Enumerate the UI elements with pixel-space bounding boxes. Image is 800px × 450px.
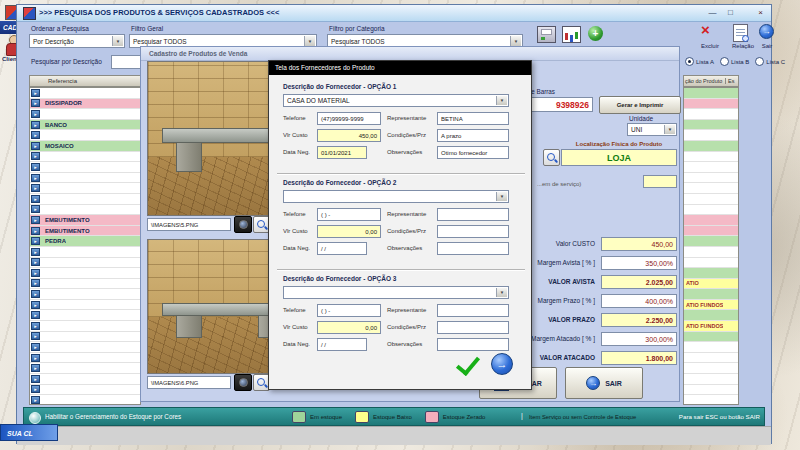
table-row[interactable]: ▸ — [30, 205, 140, 216]
row-selector-icon[interactable]: ▸ — [31, 184, 40, 192]
table-row-fragment[interactable] — [684, 99, 738, 110]
table-row-fragment[interactable] — [684, 363, 738, 374]
table-row[interactable]: ▸ — [30, 109, 140, 120]
valor-custo-field[interactable]: 450,00 — [601, 237, 677, 251]
row-selector-icon[interactable]: ▸ — [31, 354, 40, 362]
table-row[interactable]: ▸ — [30, 374, 140, 385]
fornecedor-select[interactable]: ▼ — [283, 190, 509, 203]
relacao-report-icon[interactable] — [733, 24, 748, 42]
exit-button[interactable]: → SAIR — [565, 367, 643, 399]
maximize-button[interactable]: □ — [723, 7, 738, 19]
row-selector-icon[interactable]: ▸ — [31, 385, 40, 393]
vlr-custo-input[interactable]: 450,00 — [317, 129, 381, 142]
radio-icon[interactable] — [685, 57, 694, 66]
table-row-fragment[interactable] — [684, 173, 738, 184]
data-neg-input[interactable]: / / — [317, 242, 367, 255]
table-row[interactable]: ▸PEDRA — [30, 236, 140, 247]
table-header-referencia[interactable]: Referencia — [29, 75, 141, 87]
radio-icon[interactable] — [720, 57, 729, 66]
row-selector-icon[interactable]: ▸ — [31, 195, 40, 203]
chevron-down-icon[interactable]: ▼ — [112, 36, 123, 46]
table-row-fragment[interactable] — [684, 374, 738, 385]
row-selector-icon[interactable]: ▸ — [31, 121, 40, 129]
table-row[interactable]: ▸ — [30, 152, 140, 163]
localizacao-field[interactable]: LOJA — [561, 149, 677, 166]
table-row[interactable]: ▸ — [30, 258, 140, 269]
gerar-imprimir-button[interactable]: Gerar e Imprimir — [599, 96, 681, 114]
report-icon[interactable] — [562, 26, 581, 43]
row-selector-icon[interactable]: ▸ — [31, 110, 40, 118]
table-row[interactable]: ▸ — [30, 130, 140, 141]
toggle-sphere-icon[interactable] — [29, 412, 41, 424]
delete-icon[interactable]: × — [701, 21, 710, 39]
fornecedor-select[interactable]: CASA DO MATERIAL ▼ — [283, 94, 509, 107]
fornecedor-select[interactable]: ▼ — [283, 286, 509, 299]
row-selector-icon[interactable]: ▸ — [31, 152, 40, 160]
table-row-fragment[interactable] — [684, 236, 738, 247]
exit-icon[interactable]: → — [759, 24, 774, 39]
margem-prazo-field[interactable]: 400,00% — [601, 294, 677, 308]
row-selector-icon[interactable]: ▸ — [31, 99, 40, 107]
row-selector-icon[interactable]: ▸ — [31, 290, 40, 298]
table-row[interactable]: ▸ — [30, 162, 140, 173]
table-row-fragment[interactable] — [684, 353, 738, 364]
radio-lista-c[interactable]: Lista C — [755, 57, 785, 66]
table-row[interactable]: ▸ — [30, 194, 140, 205]
row-selector-icon[interactable]: ▸ — [31, 163, 40, 171]
row-selector-icon[interactable]: ▸ — [31, 311, 40, 319]
chevron-down-icon[interactable]: ▼ — [496, 96, 507, 105]
table-row-fragment[interactable] — [684, 268, 738, 279]
table-row-fragment[interactable] — [684, 289, 738, 300]
chevron-down-icon[interactable]: ▼ — [496, 288, 507, 297]
row-selector-icon[interactable]: ▸ — [31, 131, 40, 139]
table-row[interactable]: ▸ — [30, 395, 140, 405]
table-row-fragment[interactable] — [684, 88, 738, 99]
radio-lista-b[interactable]: Lista B — [720, 57, 749, 66]
chevron-down-icon[interactable]: ▼ — [496, 192, 507, 201]
row-selector-icon[interactable]: ▸ — [31, 237, 40, 245]
table-row[interactable]: ▸ — [30, 88, 140, 99]
vlr-custo-input[interactable]: 0,00 — [317, 321, 381, 334]
table-row[interactable]: ▸ — [30, 310, 140, 321]
table-row-fragment[interactable] — [684, 385, 738, 396]
close-button[interactable]: × — [753, 7, 768, 19]
representante-input[interactable]: BETINA — [437, 112, 509, 125]
row-selector-icon[interactable]: ▸ — [31, 279, 40, 287]
table-row-fragment[interactable] — [684, 120, 738, 131]
table-row-fragment[interactable] — [684, 162, 738, 173]
observacoes-input[interactable]: Otimo fornecedor — [437, 146, 509, 159]
row-selector-icon[interactable]: ▸ — [31, 216, 40, 224]
servico-value-field[interactable] — [643, 175, 677, 188]
representante-input[interactable] — [437, 208, 509, 221]
telefone-input[interactable]: ( ) - — [317, 208, 381, 221]
row-selector-icon[interactable]: ▸ — [31, 364, 40, 372]
table-row-fragment[interactable] — [684, 258, 738, 269]
row-selector-icon[interactable]: ▸ — [31, 248, 40, 256]
table-row[interactable]: ▸MOSAICO — [30, 141, 140, 152]
table-row-fragment[interactable] — [684, 205, 738, 216]
confirm-check-icon[interactable] — [456, 351, 480, 376]
condicoes-input[interactable] — [437, 225, 509, 238]
row-selector-icon[interactable]: ▸ — [31, 174, 40, 182]
stock-toggle-label[interactable]: Habilitar o Gerenciamento do Estoque por… — [45, 413, 181, 420]
margem-atacado-field[interactable]: 300,00% — [601, 332, 677, 346]
table-row-fragment[interactable] — [684, 310, 738, 321]
cadastro-titlebar[interactable]: Cadastro de Produtos de Venda — [141, 47, 679, 61]
table-row-fragment[interactable] — [684, 342, 738, 353]
vlr-custo-input[interactable]: 0,00 — [317, 225, 381, 238]
table-row-fragment[interactable] — [684, 141, 738, 152]
row-selector-icon[interactable]: ▸ — [31, 375, 40, 383]
unidade-select[interactable]: UNI ▼ — [627, 123, 677, 136]
row-selector-icon[interactable]: ▸ — [31, 396, 40, 404]
telefone-input[interactable]: (47)99999-9999 — [317, 112, 381, 125]
representante-input[interactable] — [437, 304, 509, 317]
radio-lista-a[interactable]: Lista A — [685, 57, 714, 66]
table-row-fragment[interactable] — [684, 109, 738, 120]
camera-icon[interactable] — [234, 374, 252, 391]
observacoes-input[interactable] — [437, 242, 509, 255]
table-row[interactable]: ▸ — [30, 363, 140, 374]
condicoes-input[interactable] — [437, 321, 509, 334]
valor-avista-field[interactable]: 2.025,00 — [601, 275, 677, 289]
row-selector-icon[interactable]: ▸ — [31, 142, 40, 150]
table-row[interactable]: ▸ — [30, 279, 140, 290]
